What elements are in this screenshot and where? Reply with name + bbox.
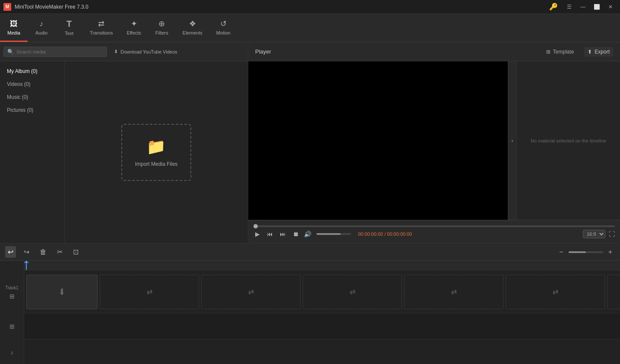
sidebar-item-videos[interactable]: Videos (0) [0, 78, 64, 91]
properties-toggle-button[interactable]: › [508, 61, 516, 220]
chevron-right-icon: › [512, 138, 513, 144]
media-icon: 🖼 [10, 19, 18, 28]
track1-icon: ⊞ [9, 293, 15, 300]
timeline-toolbar: ↩ ↪ 🗑 ✂ ⊡ − + [0, 244, 620, 261]
main-toolbar: 🖼 Media ♪ Audio T Text ⇄ Transitions ✦ E… [0, 14, 620, 42]
premium-icon[interactable]: 🔑 [549, 3, 558, 11]
playhead-marker [24, 261, 29, 266]
toolbar-motion[interactable]: ↺ Motion [209, 14, 237, 42]
search-icon: 🔍 [7, 49, 14, 55]
motion-label: Motion [216, 30, 231, 35]
search-box[interactable]: 🔍 [3, 47, 107, 57]
sidebar-nav: My Album (0) Videos (0) Music (0) Pictur… [0, 61, 65, 243]
app-icon: M [3, 3, 11, 11]
filters-icon: ⊕ [158, 19, 165, 28]
filters-label: Filters [155, 30, 168, 35]
toolbar-media[interactable]: 🖼 Media [0, 14, 28, 42]
track2-row [24, 313, 620, 339]
cut-button[interactable]: ✂ [54, 246, 65, 258]
crop-button[interactable]: ⊡ [70, 246, 81, 258]
time-total: 00:00:00:00 [387, 231, 412, 237]
effects-label: Effects [127, 30, 141, 35]
app-title: MiniTool MovieMaker Free 7.3.0 [15, 4, 549, 10]
window-controls: ☰ — ⬜ ✕ [563, 3, 617, 11]
media-area: 📁 Import Media Files [65, 61, 248, 243]
undo-button[interactable]: ↩ [5, 246, 16, 258]
import-media-box[interactable]: 📁 Import Media Files [121, 124, 192, 181]
skip-forward-button[interactable]: ⏭ [278, 230, 288, 238]
player-title: Player [255, 48, 543, 55]
video-track-row: ⬇ ⇄ ⇄ ⇄ ⇄ ⇄ ⇄ [24, 270, 620, 313]
menu-button[interactable]: ☰ [563, 3, 575, 11]
transitions-icon: ⇄ [98, 19, 104, 28]
template-button[interactable]: ⊞ Template [543, 47, 578, 57]
track1-name: Track1 [3, 285, 20, 291]
download-youtube-button[interactable]: ⬇ Download YouTube Videos [111, 47, 181, 56]
media-label: Media [7, 30, 20, 35]
search-input[interactable] [16, 49, 103, 54]
export-icon: ⬆ [588, 49, 592, 55]
toolbar-transitions[interactable]: ⇄ Transitions [83, 14, 120, 42]
export-label: Export [595, 49, 610, 55]
timeline-zoom: − + [557, 247, 615, 258]
redo-button[interactable]: ↪ [21, 246, 32, 258]
audio-icon: ♪ [40, 19, 44, 28]
template-label: Template [553, 49, 574, 55]
zoom-in-button[interactable]: + [606, 247, 615, 258]
download-icon: ⬇ [114, 49, 118, 54]
titlebar: M MiniTool MovieMaker Free 7.3.0 🔑 ☰ — ⬜… [0, 0, 620, 14]
sidebar-item-pictures[interactable]: Pictures (0) [0, 104, 64, 117]
transition-slot-3[interactable]: ⇄ [303, 275, 402, 309]
play-button[interactable]: ▶ [253, 230, 262, 238]
toolbar-filters[interactable]: ⊕ Filters [148, 14, 176, 42]
track2-label: ⊞ [0, 313, 24, 339]
transition-icon-1: ⇄ [147, 288, 152, 296]
transition-slot-5[interactable]: ⇄ [506, 275, 605, 309]
track2-icon: ⊞ [9, 323, 15, 330]
skip-back-button[interactable]: ⏮ [265, 230, 275, 238]
playback-thumb[interactable] [253, 224, 258, 228]
time-current: 00:00:00:00 [358, 231, 383, 237]
elements-label: Elements [183, 30, 202, 35]
stop-button[interactable]: ⏹ [291, 230, 301, 238]
playback-controls-row: ▶ ⏮ ⏭ ⏹ 🔊 00:00:00:00 / 00:00:00:00 16:9… [253, 230, 615, 238]
toolbar-elements[interactable]: ❖ Elements [176, 14, 209, 42]
transition-slot-1[interactable]: ⇄ [100, 275, 199, 309]
restore-button[interactable]: ⬜ [591, 3, 603, 11]
timeline-ruler [24, 261, 620, 270]
video-clip[interactable]: ⬇ [26, 275, 98, 309]
volume-slider[interactable] [316, 233, 351, 235]
fullscreen-button[interactable]: ⛶ [609, 231, 615, 237]
minimize-button[interactable]: — [577, 3, 589, 11]
text-icon: T [66, 19, 72, 29]
sidebar-item-my-album[interactable]: My Album (0) [0, 65, 64, 78]
video-canvas [248, 61, 508, 220]
aspect-ratio-select[interactable]: 16:9 9:16 4:3 1:1 [583, 230, 605, 238]
toolbar-audio[interactable]: ♪ Audio [28, 14, 55, 42]
sidebar-item-music[interactable]: Music (0) [0, 91, 64, 104]
toolbar-effects[interactable]: ✦ Effects [120, 14, 148, 42]
export-button[interactable]: ⬆ Export [584, 47, 613, 57]
download-label: Download YouTube Videos [120, 49, 177, 54]
right-panel: Player ⊞ Template ⬆ Export › No material… [248, 42, 620, 243]
playback-timeline[interactable] [253, 225, 615, 227]
left-toolbar: 🔍 ⬇ Download YouTube Videos [0, 42, 248, 61]
effects-icon: ✦ [131, 19, 137, 28]
transition-slot-2[interactable]: ⇄ [201, 275, 301, 309]
zoom-slider[interactable] [569, 251, 603, 253]
track3-label: ♪ [0, 339, 24, 364]
toolbar-text[interactable]: T Text [55, 14, 83, 42]
close-button[interactable]: ✕ [604, 3, 617, 11]
transition-slot-4[interactable]: ⇄ [404, 275, 503, 309]
video-area: › No material selected on the timeline [248, 61, 620, 220]
zoom-out-button[interactable]: − [557, 247, 566, 258]
text-label: Text [65, 31, 73, 36]
delete-button[interactable]: 🗑 [37, 247, 49, 258]
transition-slot-6[interactable]: ⇄ [607, 275, 620, 309]
transition-icon-3: ⇄ [350, 288, 355, 296]
transition-icon-2: ⇄ [248, 288, 254, 296]
template-icon: ⊞ [546, 49, 550, 55]
transition-icon-4: ⇄ [451, 288, 457, 296]
properties-empty-text: No material selected on the timeline [531, 138, 606, 143]
audio-track-icon: ♪ [10, 349, 13, 356]
